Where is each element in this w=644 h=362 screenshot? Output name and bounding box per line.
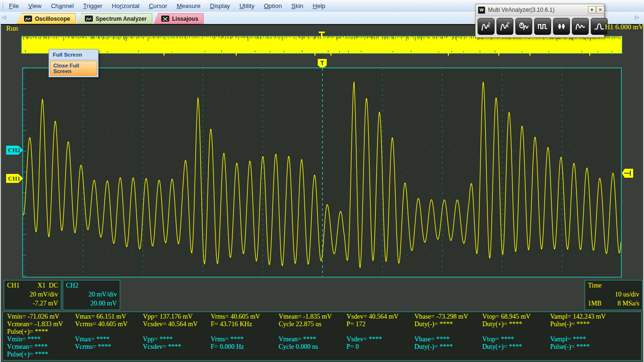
tab-scroll-left-icon[interactable]: ◁	[2, 14, 6, 20]
context-menu-header: Full Screen	[49, 49, 98, 60]
meas-ch1-r0-c1: Vmax= 66.151 mV	[75, 313, 126, 321]
run-status: Run	[6, 25, 18, 33]
toolbar-close-button[interactable]: ✕	[596, 6, 604, 14]
meas-ch2-r0-c8: Vampl= ****	[550, 336, 586, 343]
time-scale: 10 us/div	[615, 290, 639, 299]
burst-wave-icon	[553, 18, 570, 35]
context-menu: Full Screen Close Full Screen	[49, 49, 99, 77]
menu-cursor[interactable]: Cursor	[144, 0, 172, 12]
overview-underflow-tick	[448, 53, 449, 56]
ch2-position-tag[interactable]: CH2	[6, 146, 23, 155]
overview-underflow-tick	[75, 53, 76, 56]
analyzer-toolbar-window: W Multi VirAnalyzer(3.10.6.1) ▼ ✕ SP	[475, 4, 604, 38]
menu-utility[interactable]: Utility	[235, 0, 259, 12]
measurements-panel: Vmin= -71.026 mVVmax= 66.151 mVVpp= 137.…	[2, 312, 642, 361]
tab-scroll-right-icon[interactable]: ▷	[635, 14, 639, 20]
menu-items: FileViewChannelTriggerHorizontalCursorMe…	[4, 0, 330, 12]
overview-underflow-tick	[236, 53, 237, 56]
svg-text:P: P	[506, 21, 510, 26]
meas-ch1-r1-c0: Vcmean= -1.833 mV	[7, 321, 63, 328]
menu-display[interactable]: Display	[205, 0, 235, 12]
tab-label: Oscilloscope	[35, 16, 70, 22]
toolbar-grip	[1, 2, 4, 10]
damped-wave-button[interactable]	[571, 17, 589, 36]
meas-ch2-r1-c4: Cycle 0.000 ns	[279, 343, 318, 351]
meas-ch1-r1-c1: Vcrms= 40.605 mV	[75, 321, 128, 328]
analyzer-title: Multi VirAnalyzer(3.10.6.1)	[488, 7, 554, 13]
wave-p-icon: P	[496, 18, 513, 35]
overview-underflow-tick	[164, 53, 165, 56]
menu-measure[interactable]: Measure	[172, 0, 206, 12]
mouse-wave-button[interactable]	[515, 17, 533, 36]
meas-ch2-r1-c3: F= 0.000 Hz	[211, 343, 244, 351]
scope-single-button[interactable]: S	[477, 17, 495, 36]
meas-ch1-r1-c3: F= 43.716 KHz	[211, 321, 252, 328]
overview-underflow-tick	[589, 53, 590, 56]
meas-ch2-r1-c8: Pulse(-)= ****	[550, 343, 590, 351]
menu-horizontal[interactable]: Horizontal	[107, 0, 144, 12]
menu-option[interactable]: Option	[259, 0, 287, 12]
tabs: OscilloscopeSpectrum AnalyzerLissajous	[17, 13, 205, 24]
meas-ch1-r0-c8: Vampl= 142.243 mV	[550, 313, 606, 321]
meas-ch2-r0-c4: Vmean= ****	[279, 336, 316, 343]
menu-view[interactable]: View	[24, 0, 46, 12]
meas-ch2-r0-c6: Vbase= ****	[414, 336, 449, 343]
meas-ch2-r1-c5: P= 0	[347, 343, 359, 351]
waveform-display[interactable]	[22, 67, 622, 278]
trigger-level-marker[interactable]	[622, 168, 633, 179]
meas-ch1-r0-c4: Vmean= -1.835 mV	[279, 313, 332, 321]
burst-wave-button[interactable]	[553, 17, 570, 36]
meas-ch1-r1-c2: Vcsdev= 40.564 mV	[143, 321, 198, 328]
toolbar-dropdown-button[interactable]: ▼	[588, 6, 596, 14]
trigger-position-marker[interactable]	[319, 32, 325, 38]
ch2-name: CH2	[66, 281, 78, 290]
square-wave-icon	[534, 18, 551, 35]
sample-rate: 8 MSa/s	[618, 299, 639, 308]
meas-ch2-r1-c2: Vcsdev= ****	[143, 343, 181, 351]
overview-underflow-tick	[330, 53, 331, 56]
meas-ch2-r0-c0: Vmin= ****	[7, 336, 41, 343]
mouse-wave-icon	[515, 18, 532, 35]
waveform-overview-bar[interactable]	[21, 36, 622, 54]
scope-parallel-button[interactable]: P	[496, 17, 514, 36]
tab-lissajous[interactable]: Lissajous	[154, 13, 204, 24]
overview-underflow-tick	[314, 53, 315, 56]
time-label: Time	[588, 281, 602, 290]
ch1-offset: -7.27 mV	[33, 299, 58, 308]
tab-spectrum-analyzer[interactable]: Spectrum Analyzer	[77, 13, 152, 24]
meas-ch2-r1-c6: Duty(-)= ****	[414, 343, 453, 351]
ch2-settings-panel: CH2 20 mV/div 20.00 mV	[63, 280, 120, 310]
app-window: FileViewChannelTriggerHorizontalCursorMe…	[0, 0, 644, 362]
waveform-icon	[24, 16, 32, 22]
ch2-offset: 20.00 mV	[91, 299, 117, 308]
menu-skin[interactable]: Skin	[287, 0, 308, 12]
meas-ch1-r0-c3: Vrms= 40.605 mV	[211, 313, 260, 321]
meas-ch2-r1-c0: Vcmean= ****	[7, 343, 48, 351]
meas-ch1-r0-c2: Vpp= 137.176 mV	[143, 313, 193, 321]
tab-oscilloscope[interactable]: Oscilloscope	[17, 13, 76, 24]
meas-ch1-r1-c5: P= 172	[347, 321, 365, 328]
wave-s-icon: S	[478, 18, 495, 35]
meas-ch1-r0-c5: Vsdev= 40.564 mV	[347, 313, 398, 321]
svg-text:S: S	[488, 21, 490, 26]
tab-label: Lissajous	[172, 16, 198, 22]
meas-ch1-r0-c7: Vtop= 68.945 mV	[482, 313, 530, 321]
meas-ch2-r2-c0: Pulse(+)= ****	[7, 351, 48, 358]
menu-trigger[interactable]: Trigger	[78, 0, 107, 12]
ch2-scale: 20 mV/div	[89, 290, 117, 299]
tab-label: Spectrum Analyzer	[96, 16, 147, 22]
meas-ch2-r1-c7: Duty(+)= ****	[482, 343, 522, 351]
analyzer-title-bar[interactable]: W Multi VirAnalyzer(3.10.6.1)	[476, 4, 604, 16]
ch1-name: CH1	[7, 281, 19, 290]
ch1-position-tag[interactable]: CH1	[6, 174, 23, 183]
square-wave-button[interactable]	[534, 17, 552, 36]
ch1-coupling: X1 DC	[37, 281, 58, 290]
trigger-level-readout: H1 6.000 mV	[605, 23, 644, 31]
meas-ch1-r1-c6: Duty(-)= ****	[414, 321, 453, 328]
context-menu-item-close-full-screen[interactable]: Close Full Screen	[50, 61, 97, 76]
menu-help[interactable]: Help	[308, 0, 330, 12]
meas-ch1-r1-c8: Pulse(-)= ****	[550, 321, 590, 328]
menu-channel[interactable]: Channel	[46, 0, 78, 12]
menu-file[interactable]: File	[4, 0, 24, 12]
meas-ch1-r0-c0: Vmin= -71.026 mV	[7, 313, 59, 321]
